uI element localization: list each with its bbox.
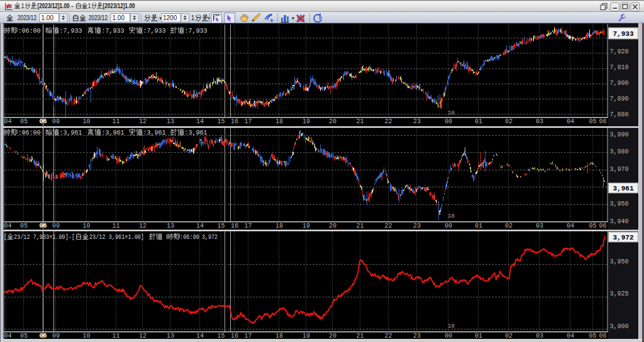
svg-text:23: 23 (413, 333, 421, 339)
svg-text:15: 15 (217, 118, 225, 125)
svg-text:19: 19 (303, 118, 310, 125)
svg-text:7,920: 7,920 (610, 48, 629, 55)
svg-text::3,961: :3,961 (102, 130, 125, 136)
svg-text:3,990: 3,990 (610, 131, 629, 138)
svg-text:05: 05 (20, 333, 28, 339)
svg-text:00: 00 (445, 223, 452, 229)
svg-text::3,961: :3,961 (143, 130, 166, 136)
svg-text:02: 02 (505, 118, 513, 125)
svg-text::06:00: :06:00 (18, 28, 41, 35)
svg-text:02: 02 (505, 223, 513, 229)
svg-text:1: 1 (191, 14, 194, 21)
svg-text:17: 17 (244, 223, 252, 229)
svg-text:2023/12: 2023/12 (89, 14, 108, 21)
svg-text:09: 09 (52, 118, 60, 125)
svg-text:23/12 7,933×1.00]-[: 23/12 7,933×1.00]-[ (14, 234, 75, 241)
svg-text:06: 06 (599, 333, 606, 339)
svg-text:3,925: 3,925 (610, 290, 629, 297)
svg-text:13: 13 (167, 223, 174, 229)
svg-text:04: 04 (567, 333, 574, 339)
svg-text:3,970: 3,970 (610, 166, 629, 173)
svg-text:04: 04 (567, 223, 574, 229)
svg-text:18: 18 (448, 110, 455, 116)
svg-text:3,961: 3,961 (613, 185, 633, 192)
svg-text:R: R (319, 16, 322, 20)
svg-text:20: 20 (329, 333, 336, 339)
svg-text:01: 01 (475, 118, 482, 125)
svg-text:10: 10 (82, 223, 90, 229)
svg-text:16: 16 (231, 333, 238, 339)
svg-text:19: 19 (303, 223, 310, 229)
svg-text:03: 03 (536, 223, 543, 229)
svg-text:3,950: 3,950 (610, 201, 629, 207)
svg-text:1.00: 1.00 (42, 14, 54, 21)
svg-text::7,933: :7,933 (60, 28, 82, 35)
svg-text:17: 17 (244, 333, 252, 339)
svg-text:23: 23 (413, 118, 421, 125)
svg-text:14: 14 (196, 118, 204, 125)
svg-text:23/12 3,961×1.00]: 23/12 3,961×1.00] (89, 234, 144, 241)
svg-text:06: 06 (39, 118, 47, 125)
svg-text::3,961: :3,961 (60, 130, 82, 136)
svg-text:19: 19 (303, 333, 310, 339)
svg-text:04: 04 (4, 333, 11, 339)
svg-text:22: 22 (384, 223, 392, 229)
svg-text:09: 09 (52, 223, 60, 229)
svg-text:04: 04 (4, 223, 11, 229)
svg-text:21: 21 (356, 333, 364, 339)
svg-text:1200: 1200 (163, 14, 177, 21)
svg-text:14: 14 (196, 333, 204, 339)
svg-text:7,933: 7,933 (613, 30, 633, 38)
svg-text:03: 03 (536, 333, 543, 339)
svg-text:[: [ (4, 234, 7, 241)
svg-text:7,910: 7,910 (610, 64, 629, 71)
svg-text:00: 00 (445, 333, 452, 339)
svg-text:01: 01 (475, 333, 482, 339)
svg-text:3,972: 3,972 (202, 234, 218, 241)
svg-text:3,940: 3,940 (610, 218, 629, 225)
svg-text:01: 01 (475, 223, 482, 229)
svg-text:1.00: 1.00 (113, 14, 125, 21)
svg-text:7,900: 7,900 (610, 80, 629, 87)
svg-text:18: 18 (275, 223, 283, 229)
svg-text::7,933: :7,933 (102, 28, 125, 35)
svg-text:10: 10 (82, 118, 90, 125)
svg-text:3,980: 3,980 (610, 148, 629, 155)
svg-text::06:00: :06:00 (180, 234, 199, 241)
svg-text:15: 15 (217, 333, 225, 339)
svg-text:06: 06 (599, 118, 606, 125)
svg-text:18: 18 (448, 213, 455, 219)
svg-text:15: 15 (217, 223, 225, 229)
svg-text:17: 17 (244, 118, 252, 125)
svg-text:05: 05 (20, 223, 28, 229)
svg-text::3,961: :3,961 (185, 130, 208, 136)
svg-text:20: 20 (329, 118, 336, 125)
svg-text::06:00: :06:00 (18, 130, 41, 136)
svg-text:06: 06 (599, 223, 606, 229)
svg-text:3,950: 3,950 (610, 258, 629, 265)
svg-text:06: 06 (39, 333, 47, 339)
svg-text:05: 05 (20, 118, 28, 125)
svg-text:22: 22 (384, 118, 392, 125)
svg-text:3,900: 3,900 (610, 323, 629, 330)
svg-text:06: 06 (39, 223, 47, 229)
svg-text:13: 13 (167, 118, 174, 125)
svg-text:3,972: 3,972 (613, 234, 633, 241)
svg-text:11: 11 (112, 223, 119, 229)
svg-text:14: 14 (196, 223, 204, 229)
svg-text:11: 11 (112, 118, 119, 125)
svg-text:05: 05 (589, 223, 596, 229)
svg-text:04: 04 (4, 118, 11, 125)
svg-text:13: 13 (167, 333, 174, 339)
svg-text:12: 12 (139, 333, 147, 339)
svg-text:16: 16 (231, 223, 238, 229)
svg-text:16: 16 (231, 118, 238, 125)
svg-text:05: 05 (589, 118, 596, 125)
svg-text:12: 12 (139, 118, 147, 125)
svg-text:12: 12 (139, 223, 147, 229)
svg-text:18: 18 (448, 323, 455, 329)
svg-text:2023/12: 2023/12 (18, 14, 36, 21)
svg-text:21: 21 (356, 223, 364, 229)
svg-text:7,890: 7,890 (610, 96, 629, 102)
svg-text:7,880: 7,880 (610, 111, 629, 118)
